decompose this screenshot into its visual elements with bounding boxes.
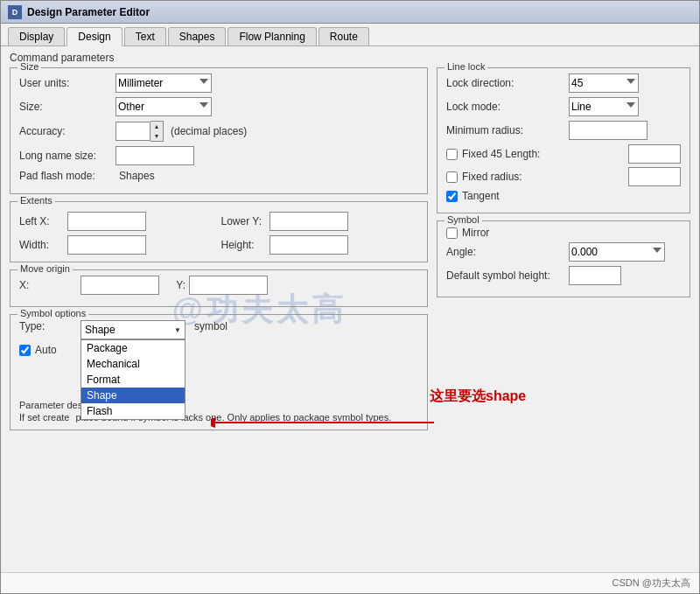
- main-window: D Design Parameter Editor Display Design…: [0, 0, 700, 594]
- line-lock-title: Line lock: [444, 61, 487, 72]
- if-set-row: If set create place bound if symbol is l…: [19, 412, 418, 423]
- long-name-row: Long name size: 255: [19, 146, 418, 165]
- footer-text: CSDN @功夫太高: [612, 577, 690, 588]
- size-select[interactable]: Other: [116, 97, 212, 116]
- type-dropdown-container: Shape ▼ Package Mechanical Format Shape …: [80, 320, 186, 339]
- type-dropdown-value: Shape: [85, 324, 174, 336]
- fixed-radius-checkbox[interactable]: [446, 171, 458, 183]
- origin-row: X: 0.0000 Y: 0.0000: [19, 276, 418, 295]
- size-label: Size:: [19, 101, 116, 113]
- accuracy-row: Accuracy: 4 ▲ ▼ (decimal places): [19, 121, 418, 142]
- width-row: Width: 533.4000: [19, 235, 217, 255]
- left-x-input[interactable]: -461.0273: [67, 212, 146, 231]
- extents-group: Extents Left X: -461.0273 Lower Y: -321.…: [10, 201, 428, 262]
- app-icon: D: [8, 5, 22, 19]
- tab-design[interactable]: Design: [66, 27, 122, 46]
- tab-bar: Display Design Text Shapes Flow Planning…: [1, 24, 699, 46]
- lock-mode-select[interactable]: Line: [569, 97, 639, 116]
- dropdown-arrow-icon: ▼: [174, 326, 181, 334]
- min-radius-label: Minimum radius:: [446, 124, 569, 136]
- symbol-group: Symbol Mirror Angle: 0.000 Default symbo…: [437, 220, 690, 297]
- user-units-select[interactable]: Millimeter: [116, 73, 212, 93]
- move-origin-group: Move origin X: 0.0000 Y: 0.0000: [10, 269, 428, 307]
- mirror-row: Mirror: [446, 227, 681, 239]
- tangent-label: Tangent: [462, 190, 500, 202]
- origin-y-input[interactable]: 0.0000: [189, 276, 268, 295]
- footer: CSDN @功夫太高: [1, 572, 699, 593]
- title-bar: D Design Parameter Editor: [1, 1, 699, 24]
- angle-row: Angle: 0.000: [446, 242, 681, 262]
- left-x-row: Left X: -461.0273: [19, 212, 217, 231]
- accuracy-increment[interactable]: ▲: [150, 122, 163, 131]
- lower-y-label: Lower Y:: [221, 215, 270, 227]
- tab-shapes[interactable]: Shapes: [168, 27, 227, 45]
- symbol-options-title: Symbol options: [18, 308, 88, 318]
- extents-group-title: Extents: [18, 195, 55, 206]
- accuracy-input[interactable]: 4: [116, 122, 150, 141]
- auto-checkbox[interactable]: [19, 345, 31, 356]
- lower-y-row: Lower Y: -321.6663: [221, 212, 419, 231]
- fixed-45-row: Fixed 45 Length: 0.6350: [446, 144, 681, 164]
- tab-text[interactable]: Text: [124, 27, 166, 45]
- height-label: Height:: [221, 239, 270, 251]
- tab-display[interactable]: Display: [8, 27, 65, 45]
- accuracy-label: Accuracy:: [19, 125, 116, 137]
- content-area: @功夫太高 这里要选shape Command parameters Size …: [1, 46, 699, 572]
- tab-flow-planning[interactable]: Flow Planning: [228, 27, 316, 45]
- lock-mode-row: Lock mode: Line: [446, 97, 681, 116]
- mirror-label: Mirror: [462, 227, 489, 239]
- extents-grid: Left X: -461.0273 Lower Y: -321.6663 Wid…: [19, 212, 418, 255]
- lock-direction-select[interactable]: 45: [569, 73, 639, 93]
- dropdown-item-package[interactable]: Package: [81, 340, 185, 356]
- lock-mode-label: Lock mode:: [446, 101, 569, 113]
- fixed-45-checkbox[interactable]: [446, 149, 458, 160]
- dropdown-item-format[interactable]: Format: [81, 372, 185, 388]
- accuracy-spinner-buttons: ▲ ▼: [150, 121, 164, 142]
- long-name-input[interactable]: 255: [116, 146, 194, 165]
- tangent-checkbox[interactable]: [446, 191, 458, 202]
- lock-direction-row: Lock direction: 45: [446, 73, 681, 93]
- left-column: Size User units: Millimeter Size: Other: [10, 67, 428, 430]
- dropdown-item-mechanical[interactable]: Mechanical: [81, 356, 185, 372]
- fixed-45-label: Fixed 45 Length:: [462, 148, 628, 160]
- pad-flash-label: Pad flash mode:: [19, 170, 116, 182]
- accuracy-spinner: 4 ▲ ▼: [116, 121, 164, 142]
- default-height-label: Default symbol height:: [446, 269, 569, 282]
- if-set-label: If set create: [19, 412, 69, 423]
- mirror-checkbox[interactable]: [446, 227, 458, 239]
- param-desc-prefix: Parameter des: [19, 400, 82, 410]
- window-title: Design Parameter Editor: [27, 6, 150, 18]
- user-units-row: User units: Millimeter: [19, 73, 418, 93]
- fixed-45-input[interactable]: 0.6350: [628, 144, 681, 164]
- tangent-row: Tangent: [446, 190, 681, 202]
- height-input[interactable]: 431.8000: [270, 235, 348, 255]
- min-radius-input[interactable]: 0.0000: [569, 121, 648, 140]
- symbol-label: symbol: [194, 320, 228, 332]
- default-height-input[interactable]: 3.8100: [569, 266, 621, 285]
- user-units-label: User units:: [19, 77, 116, 89]
- fixed-radius-row: Fixed radius: 0.6350: [446, 167, 681, 186]
- default-height-row: Default symbol height: 3.8100: [446, 266, 681, 285]
- right-column: Line lock Lock direction: 45 Lock mode: …: [437, 67, 690, 430]
- symbol-options-group: Symbol options Type: Shape ▼ Package Mec…: [10, 314, 428, 430]
- symbol-group-title: Symbol: [444, 214, 482, 225]
- dropdown-item-shape[interactable]: Shape: [81, 388, 185, 403]
- origin-x-input[interactable]: 0.0000: [80, 276, 159, 295]
- fixed-radius-input[interactable]: 0.6350: [628, 167, 681, 186]
- type-dropdown-list: Package Mechanical Format Shape Flash: [80, 339, 186, 420]
- angle-select[interactable]: 0.000: [569, 242, 665, 262]
- tab-route[interactable]: Route: [318, 27, 369, 45]
- type-label: Type:: [19, 320, 80, 332]
- angle-label: Angle:: [446, 246, 569, 258]
- main-layout: Size User units: Millimeter Size: Other: [10, 67, 690, 430]
- size-row: Size: Other: [19, 97, 418, 116]
- command-params-label: Command parameters: [10, 52, 690, 64]
- origin-y-label: Y:: [159, 279, 186, 291]
- line-lock-group: Line lock Lock direction: 45 Lock mode: …: [437, 67, 690, 213]
- accuracy-decrement[interactable]: ▼: [150, 131, 163, 141]
- type-dropdown-trigger[interactable]: Shape ▼: [80, 320, 186, 339]
- height-row: Height: 431.8000: [221, 235, 419, 255]
- width-input[interactable]: 533.4000: [67, 235, 146, 255]
- lower-y-input[interactable]: -321.6663: [270, 212, 348, 231]
- dropdown-item-flash[interactable]: Flash: [81, 403, 185, 419]
